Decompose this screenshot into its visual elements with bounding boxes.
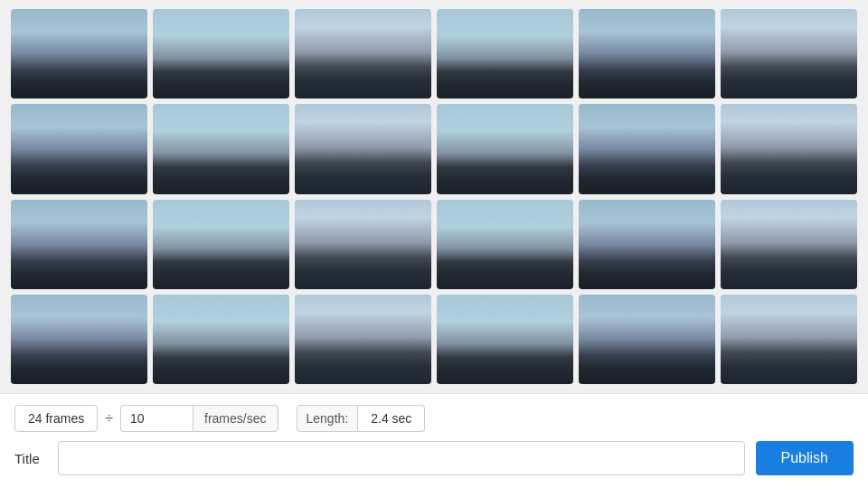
frame-thumb[interactable]	[11, 200, 147, 289]
frame-thumb[interactable]	[579, 9, 715, 99]
frames-grid-container	[0, 0, 868, 393]
frame-thumb[interactable]	[437, 9, 573, 99]
frame-thumb[interactable]	[721, 200, 857, 289]
frame-thumb[interactable]	[295, 104, 431, 193]
title-input[interactable]	[58, 441, 745, 475]
frame-thumb[interactable]	[153, 9, 289, 99]
fps-unit-label: frames/sec	[193, 405, 278, 432]
frame-thumb[interactable]	[295, 9, 431, 99]
frame-thumb[interactable]	[721, 295, 857, 384]
frames-grid	[11, 9, 857, 384]
frame-thumb[interactable]	[437, 295, 573, 384]
frame-thumb[interactable]	[11, 295, 147, 384]
length-group: Length: 2.4 sec	[297, 405, 426, 432]
frame-thumb[interactable]	[153, 200, 289, 289]
bottom-controls: 24 frames ÷ frames/sec Length: 2.4 sec T…	[0, 393, 868, 488]
frame-thumb[interactable]	[11, 9, 147, 99]
frame-thumb[interactable]	[437, 104, 573, 193]
frame-thumb[interactable]	[153, 104, 289, 193]
length-value: 2.4 sec	[358, 405, 425, 432]
frame-thumb[interactable]	[721, 9, 857, 99]
frames-count: 24 frames	[14, 405, 98, 432]
frame-thumb[interactable]	[579, 295, 715, 384]
frame-thumb[interactable]	[153, 295, 289, 384]
divider-symbol: ÷	[98, 410, 120, 427]
fps-input[interactable]	[120, 405, 193, 432]
frame-thumb[interactable]	[437, 200, 573, 289]
frame-thumb[interactable]	[295, 295, 431, 384]
controls-row2: Title Publish	[14, 441, 854, 475]
frame-thumb[interactable]	[11, 104, 147, 193]
controls-row1: 24 frames ÷ frames/sec Length: 2.4 sec	[14, 405, 854, 432]
frame-thumb[interactable]	[721, 104, 857, 193]
title-label: Title	[14, 451, 47, 466]
frame-thumb[interactable]	[295, 200, 431, 289]
frame-thumb[interactable]	[579, 200, 715, 289]
publish-button[interactable]: Publish	[756, 441, 854, 475]
frame-thumb[interactable]	[579, 104, 715, 193]
length-label: Length:	[297, 405, 359, 432]
